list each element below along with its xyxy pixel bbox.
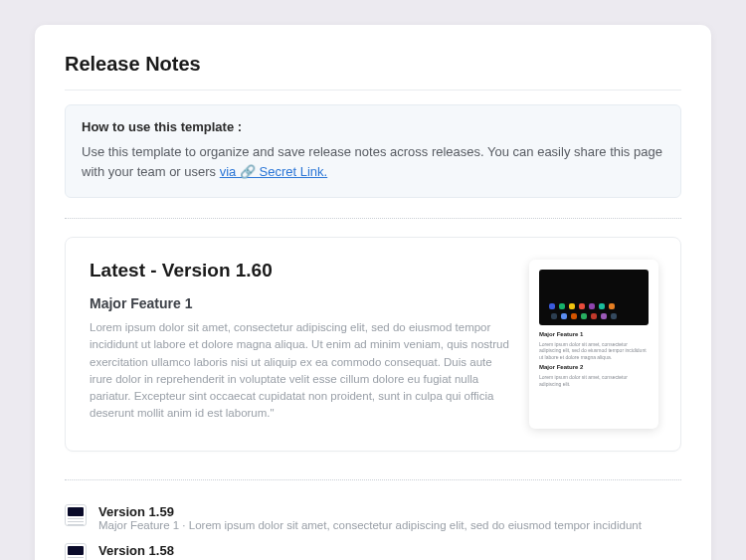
release-thumbnail-icon bbox=[65, 504, 87, 526]
version-list: Version 1.59 Major Feature 1 · Lorem ips… bbox=[65, 498, 681, 560]
latest-release-title: Latest - Version 1.60 bbox=[90, 260, 511, 281]
preview-feature-1-label: Major Feature 1 bbox=[539, 331, 649, 339]
latest-release-card: Latest - Version 1.60 Major Feature 1 Lo… bbox=[65, 237, 681, 452]
preview-feature-2-text: Lorem ipsum dolor sit amet, consectetur … bbox=[539, 374, 649, 387]
list-item-text: Version 1.58 bbox=[98, 543, 174, 558]
preview-feature-1-text: Lorem ipsum dolor sit amet, consectetur … bbox=[539, 341, 649, 361]
callout-title: How to use this template : bbox=[82, 119, 664, 134]
secret-link[interactable]: via 🔗 Secret Link. bbox=[220, 164, 328, 179]
list-item[interactable]: Version 1.59 Major Feature 1 · Lorem ips… bbox=[65, 498, 681, 537]
version-subtitle: Major Feature 1 · Lorem ipsum dolor sit … bbox=[98, 519, 642, 531]
page-title: Release Notes bbox=[65, 53, 681, 91]
release-notes-panel: Release Notes How to use this template :… bbox=[35, 25, 711, 560]
list-item[interactable]: Version 1.58 bbox=[65, 537, 681, 560]
divider bbox=[65, 218, 681, 219]
preview-thumbnail-image bbox=[539, 270, 649, 325]
feature-body: Lorem ipsum dolor sit amet, consectetur … bbox=[90, 319, 511, 423]
callout-body: Use this template to organize and save r… bbox=[82, 142, 664, 181]
release-thumbnail-icon bbox=[65, 543, 87, 560]
release-preview-thumbnail: Major Feature 1 Lorem ipsum dolor sit am… bbox=[529, 260, 658, 429]
preview-feature-2-label: Major Feature 2 bbox=[539, 364, 649, 372]
feature-title: Major Feature 1 bbox=[90, 295, 511, 311]
divider bbox=[65, 479, 681, 480]
latest-release-content: Latest - Version 1.60 Major Feature 1 Lo… bbox=[90, 260, 511, 429]
version-title: Version 1.59 bbox=[98, 504, 642, 519]
list-item-text: Version 1.59 Major Feature 1 · Lorem ips… bbox=[98, 504, 642, 531]
version-title: Version 1.58 bbox=[98, 543, 174, 558]
template-usage-callout: How to use this template : Use this temp… bbox=[65, 104, 681, 198]
callout-body-text: Use this template to organize and save r… bbox=[82, 144, 662, 179]
